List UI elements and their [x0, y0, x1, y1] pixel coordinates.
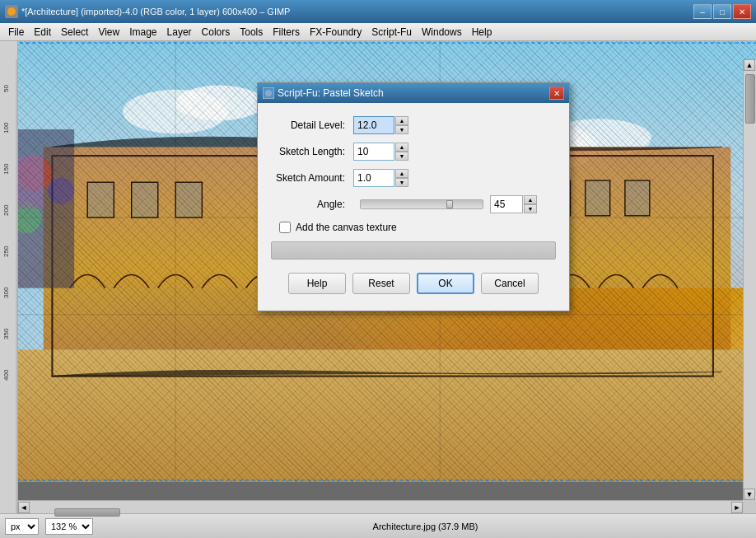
svg-text:200: 200	[2, 204, 10, 216]
close-button[interactable]: ✕	[733, 4, 751, 19]
sketch-amount-row: Sketch Amount: ▲ ▼	[271, 169, 556, 187]
scroll-left-arrow[interactable]: ◄	[18, 502, 30, 513]
svg-text:50: 50	[2, 85, 10, 92]
menu-help[interactable]: Help	[467, 25, 497, 40]
menu-windows[interactable]: Windows	[417, 25, 467, 40]
svg-point-51	[48, 178, 74, 204]
sketch-length-down[interactable]: ▼	[395, 152, 408, 161]
maximize-button[interactable]: □	[713, 4, 731, 19]
dialog-title: Script-Fu: Pastel Sketch	[278, 87, 549, 99]
svg-text:300: 300	[2, 287, 10, 298]
window-title: *[Architecture] (imported)-4.0 (RGB colo…	[21, 7, 693, 16]
menu-bar: File Edit Select View Image Layer Colors…	[0, 23, 756, 41]
svg-rect-32	[132, 182, 158, 218]
svg-text:350: 350	[2, 328, 10, 339]
scrollbar-corner	[743, 500, 756, 513]
svg-rect-49	[18, 129, 74, 288]
menu-colors[interactable]: Colors	[197, 25, 236, 40]
svg-point-24	[123, 90, 228, 134]
canvas-texture-checkbox[interactable]	[279, 222, 291, 233]
scriptfu-dialog: Script-Fu: Pastel Sketch ✕ Detail Level:…	[257, 82, 570, 311]
canvas-container: 50 100 150 200 250 300 350 400 450 500 5…	[18, 41, 756, 513]
svg-rect-33	[175, 182, 202, 218]
dialog-buttons: Help Reset OK Cancel	[271, 269, 556, 297]
status-bar: px in cm 132 % 100 % 50 % Architecture.j…	[0, 513, 756, 538]
angle-row: Angle: ▲ ▼	[271, 195, 556, 213]
svg-rect-31	[87, 182, 114, 218]
detail-level-input[interactable]	[353, 116, 394, 134]
angle-down[interactable]: ▼	[524, 204, 537, 213]
svg-rect-40	[586, 180, 610, 216]
minimize-button[interactable]: –	[693, 4, 712, 19]
dialog-icon	[263, 87, 274, 99]
zoom-select[interactable]: 132 % 100 % 50 %	[45, 518, 93, 535]
canvas-texture-label: Add the canvas texture	[296, 222, 397, 233]
zoom-control: 132 % 100 % 50 %	[45, 518, 93, 535]
dialog-body: Detail Level: ▲ ▼ Sketch Length:	[258, 103, 569, 311]
sketch-amount-down[interactable]: ▼	[395, 178, 408, 187]
help-button[interactable]: Help	[288, 273, 346, 294]
menu-filters[interactable]: Filters	[268, 25, 305, 40]
detail-level-spinner: ▲ ▼	[395, 116, 408, 134]
sketch-amount-up[interactable]: ▲	[395, 169, 408, 178]
sketch-length-input-group: ▲ ▼	[353, 143, 408, 161]
ok-button[interactable]: OK	[417, 273, 474, 294]
cancel-button[interactable]: Cancel	[481, 273, 539, 294]
app-icon	[5, 5, 18, 18]
svg-rect-41	[625, 180, 650, 216]
menu-scriptfu[interactable]: Script-Fu	[366, 25, 417, 40]
angle-value-input[interactable]	[490, 195, 523, 213]
sketch-amount-input-group: ▲ ▼	[353, 169, 408, 187]
detail-level-down[interactable]: ▼	[395, 125, 408, 134]
unit-select[interactable]: px in cm	[5, 518, 39, 535]
scroll-thumb-horizontal[interactable]	[54, 508, 120, 517]
scroll-thumb-vertical[interactable]	[745, 74, 755, 124]
menu-layer[interactable]: Layer	[162, 25, 197, 40]
sketch-length-spinner: ▲ ▼	[395, 143, 408, 161]
ruler-vertical: 50 100 150 200 250 300 350 400	[0, 41, 18, 513]
angle-spinner: ▲ ▼	[524, 195, 537, 213]
dialog-close-button[interactable]: ✕	[549, 87, 564, 100]
svg-rect-29	[18, 350, 756, 483]
scrollbar-horizontal[interactable]: ◄ ►	[18, 500, 743, 513]
detail-level-label: Detail Level:	[271, 119, 353, 131]
svg-rect-53	[18, 156, 44, 208]
menu-tools[interactable]: Tools	[235, 25, 268, 40]
sketch-amount-spinner: ▲ ▼	[395, 169, 408, 187]
scrollbar-vertical[interactable]: ▲ ▼	[743, 59, 756, 500]
sketch-amount-input[interactable]	[353, 169, 394, 187]
progress-bar	[271, 241, 556, 260]
svg-text:150: 150	[2, 163, 10, 175]
sketch-length-up[interactable]: ▲	[395, 143, 408, 152]
detail-level-row: Detail Level: ▲ ▼	[271, 116, 556, 134]
menu-fxfoundry[interactable]: FX-Foundry	[305, 25, 366, 40]
sketch-length-input[interactable]	[353, 143, 394, 161]
scroll-down-arrow[interactable]: ▼	[744, 489, 755, 500]
reset-button[interactable]: Reset	[352, 273, 410, 294]
unit-selector: px in cm	[5, 518, 39, 535]
menu-image[interactable]: Image	[124, 25, 161, 40]
svg-text:100: 100	[2, 122, 10, 133]
title-bar: *[Architecture] (imported)-4.0 (RGB colo…	[0, 0, 756, 23]
angle-slider-track[interactable]	[360, 199, 483, 209]
svg-text:400: 400	[2, 369, 10, 381]
menu-edit[interactable]: Edit	[29, 25, 56, 40]
main-area: 50 100 150 200 250 300 350 400 50 100 15…	[0, 41, 756, 513]
menu-file[interactable]: File	[3, 25, 29, 40]
menu-select[interactable]: Select	[56, 25, 93, 40]
svg-rect-48	[18, 41, 105, 394]
angle-slider-thumb[interactable]	[446, 200, 453, 208]
sketch-length-label: Sketch Length:	[271, 146, 353, 157]
svg-point-50	[18, 156, 52, 191]
dialog-title-bar[interactable]: Script-Fu: Pastel Sketch ✕	[258, 83, 569, 103]
svg-point-55	[265, 90, 272, 96]
svg-point-25	[175, 86, 264, 121]
angle-up[interactable]: ▲	[524, 195, 537, 204]
canvas-texture-row: Add the canvas texture	[271, 222, 556, 233]
scroll-up-arrow[interactable]: ▲	[744, 59, 755, 71]
scroll-right-arrow[interactable]: ►	[731, 502, 743, 513]
detail-level-up[interactable]: ▲	[395, 116, 408, 125]
detail-level-input-group: ▲ ▼	[353, 116, 408, 134]
menu-view[interactable]: View	[93, 25, 124, 40]
filename-status: Architecture.jpg (37.9 MB)	[100, 522, 751, 531]
